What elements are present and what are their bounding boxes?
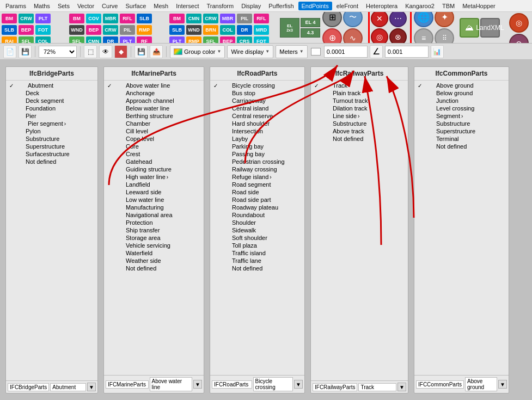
road-item-5[interactable]: Central reserve xyxy=(211,112,303,120)
marine-item-16[interactable]: Low water line xyxy=(105,196,203,204)
railway-item-3[interactable]: Turnout track xyxy=(312,97,407,104)
road-item-23[interactable]: Traffic island xyxy=(211,249,303,257)
road-item-6[interactable]: Hard shoulder xyxy=(211,120,303,127)
bridge-item-deck[interactable]: Deck xyxy=(7,89,96,97)
common-item-9[interactable]: Not defined xyxy=(415,143,507,150)
marine-item-4[interactable]: Below water line xyxy=(105,104,203,112)
menu-transform[interactable]: Transform xyxy=(203,2,237,10)
railway-item-6[interactable]: Substructure xyxy=(312,120,407,127)
save-btn[interactable]: 💾 xyxy=(19,45,32,58)
menu-kangaroo2[interactable]: Kangaroo2 xyxy=(402,2,438,10)
gh-icon-red-2[interactable]: ⋯ xyxy=(389,12,407,27)
tag-plt-3[interactable]: PLT xyxy=(169,36,185,44)
bridge-item-surfacestructure[interactable]: Surfacestructure xyxy=(7,150,96,158)
road-item-11[interactable]: Pedestrian crossing xyxy=(211,158,303,165)
menu-heteroptera[interactable]: Heteroptera xyxy=(363,2,401,10)
menu-tbm[interactable]: TBM xyxy=(439,2,458,10)
common-item-1[interactable]: ✓Above ground xyxy=(415,82,507,89)
tag-sfl-3[interactable]: SFL xyxy=(203,36,218,44)
marine-item-15[interactable]: Leeward side xyxy=(105,188,203,196)
marine-item-13[interactable]: High water line› xyxy=(105,173,203,181)
road-item-15[interactable]: Road side xyxy=(211,188,303,196)
marine-item-7[interactable]: Cill level xyxy=(105,127,203,135)
marine-item-24[interactable]: Weather side xyxy=(105,257,203,264)
road-item-12[interactable]: Railway crossing xyxy=(211,165,303,173)
menu-intersect[interactable]: Intersect xyxy=(173,2,202,10)
tag-rfl-2[interactable]: RFL xyxy=(120,14,135,23)
road-item-16[interactable]: Road side part xyxy=(211,196,303,204)
tag-cov-2[interactable]: COV xyxy=(86,14,101,23)
road-item-25[interactable]: Not defined xyxy=(211,264,303,272)
group-color-dropdown[interactable]: Group color ▼ xyxy=(170,45,225,58)
marine-item-22[interactable]: Vehicle servicing xyxy=(105,242,203,249)
angle-btn[interactable]: ∠ xyxy=(370,45,383,58)
dots-icon[interactable]: ⠿ xyxy=(435,28,454,44)
tag-slb-3[interactable]: SLB xyxy=(169,25,185,35)
marine-item-3[interactable]: Approach channel xyxy=(105,97,203,104)
bridge-item-pylon[interactable]: Pylon xyxy=(7,127,96,135)
railway-item-4[interactable]: Dilation track xyxy=(312,104,407,112)
el-4[interactable]: EL 4 xyxy=(301,18,320,27)
road-item-4[interactable]: Central island xyxy=(211,104,303,112)
railway-item-5[interactable]: Line side› xyxy=(312,112,407,120)
road-item-10[interactable]: Passing bay xyxy=(211,150,303,158)
marine-item-25[interactable]: Not defined xyxy=(105,264,203,272)
tag-wnd-3[interactable]: WND xyxy=(186,25,201,35)
road-item-7[interactable]: Intersection xyxy=(211,127,303,135)
menu-pufferfish[interactable]: Pufferfish xyxy=(265,2,297,10)
landxml-btn[interactable]: LandXML xyxy=(480,18,500,38)
gh-icon-red-4[interactable]: ⊗ xyxy=(389,28,407,44)
tag-mrd-3[interactable]: MRD xyxy=(254,25,269,35)
road-item-9[interactable]: Parking bay xyxy=(211,143,303,150)
gh-icon-4[interactable]: ∿ xyxy=(343,28,363,44)
new-btn[interactable]: 📄 xyxy=(3,45,16,58)
wire-display-dropdown[interactable]: Wire display ▼ xyxy=(227,45,273,58)
value-input-2[interactable] xyxy=(385,46,429,58)
bridge-item-abutment[interactable]: ✓Abutment xyxy=(7,82,96,89)
tag-rmp-2[interactable]: RMP xyxy=(137,25,152,35)
gh-icon-red-3[interactable]: ◎ xyxy=(371,28,388,44)
bridge-item-pier[interactable]: Pier xyxy=(7,112,96,120)
tag-slb-1[interactable]: SLB xyxy=(2,25,17,35)
tag-wnd-2[interactable]: WND xyxy=(69,25,84,35)
road-item-1[interactable]: ✓Bicycle crossing xyxy=(211,82,303,89)
star-icon[interactable]: ✦ xyxy=(435,12,454,27)
road-item-17[interactable]: Roadway plateau xyxy=(211,204,303,211)
tag-pil-2[interactable]: PIL xyxy=(120,25,135,35)
marine-item-20[interactable]: Ship transfer xyxy=(105,226,203,234)
marine-item-10[interactable]: Crest xyxy=(105,150,203,158)
tag-crw-1[interactable]: CRW xyxy=(19,14,34,23)
marine-item-19[interactable]: Protection xyxy=(105,219,203,226)
tag-sfl-2[interactable]: SFL xyxy=(69,36,84,44)
road-item-8[interactable]: Layby xyxy=(211,135,303,143)
menu-vector[interactable]: Vector xyxy=(74,2,97,10)
menu-params[interactable]: Params xyxy=(2,2,29,10)
tag-bep-2[interactable]: BEP xyxy=(86,25,101,35)
tag-dr-3[interactable]: DR xyxy=(237,25,252,35)
bridge-item-not-defined[interactable]: Not defined xyxy=(7,158,96,165)
gh-icon-2[interactable]: 〜 xyxy=(343,12,363,27)
tag-cmn-3[interactable]: CMN xyxy=(186,14,201,23)
railway-item-2[interactable]: Plain track xyxy=(312,89,407,97)
tag-crw-2[interactable]: CRW xyxy=(103,25,118,35)
tag-mbr-2[interactable]: MBR xyxy=(103,14,118,23)
marine-item-23[interactable]: Waterfield xyxy=(105,249,203,257)
tag-rmp-3[interactable]: RMP xyxy=(186,36,201,44)
road-item-24[interactable]: Traffic lane xyxy=(211,257,303,264)
railway-item-8[interactable]: Not defined xyxy=(312,135,407,143)
tag-sfl-1[interactable]: SFL xyxy=(19,36,34,44)
marine-item-18[interactable]: Navigational area xyxy=(105,211,203,219)
bridge-item-foundation[interactable]: Foundation xyxy=(7,104,96,112)
tag-crw-3[interactable]: CRW xyxy=(203,14,218,23)
marine-item-9[interactable]: Core xyxy=(105,143,203,150)
road-item-13[interactable]: Refuge island› xyxy=(211,173,303,181)
tag-col-3[interactable]: COL xyxy=(220,25,235,35)
marine-item-17[interactable]: Manufacturing xyxy=(105,204,203,211)
menu-mesh[interactable]: Mesh xyxy=(150,2,172,10)
meters-dropdown[interactable]: Meters ▼ xyxy=(276,45,308,58)
marine-item-8[interactable]: Cope level xyxy=(105,135,203,143)
tag-plt-1[interactable]: PLT xyxy=(35,14,51,23)
marine-item-11[interactable]: Gatehead xyxy=(105,158,203,165)
tag-brn-3[interactable]: BRN xyxy=(203,25,218,35)
tag-slb-2[interactable]: SLB xyxy=(137,14,152,23)
